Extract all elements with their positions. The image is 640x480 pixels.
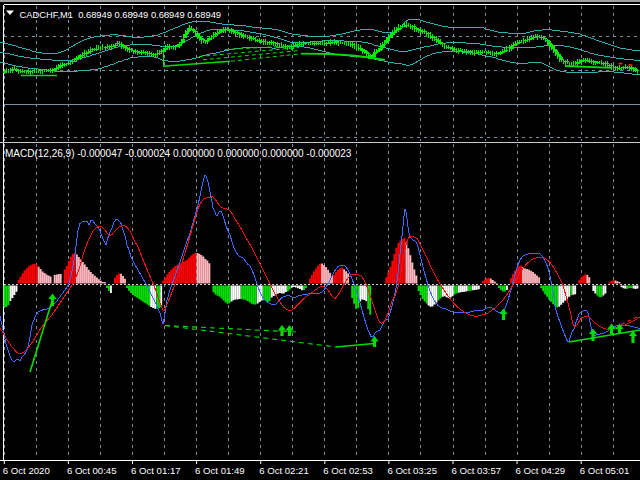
svg-text:6 Oct 2020: 6 Oct 2020 <box>3 465 50 476</box>
svg-text:6 Oct 01:49: 6 Oct 01:49 <box>195 465 245 476</box>
svg-text:MACD(12,26,9) -0.000047 -0.000: MACD(12,26,9) -0.000047 -0.000024 0.0000… <box>5 148 352 159</box>
svg-text:6 Oct 04:29: 6 Oct 04:29 <box>516 465 566 476</box>
svg-text:6 Oct 00:45: 6 Oct 00:45 <box>67 465 117 476</box>
svg-text:6 Oct 03:57: 6 Oct 03:57 <box>452 465 502 476</box>
svg-text:6 Oct 02:21: 6 Oct 02:21 <box>259 465 309 476</box>
svg-text:6 Oct 01:17: 6 Oct 01:17 <box>131 465 181 476</box>
svg-text:CADCHF,M1 0.68949 0.68949 0.6: CADCHF,M1 0.68949 0.68949 0.68949 0.6894… <box>20 10 222 20</box>
svg-text:6 Oct 05:01: 6 Oct 05:01 <box>580 465 630 476</box>
svg-text:6 Oct 03:25: 6 Oct 03:25 <box>387 465 437 476</box>
svg-text:6 Oct 02:53: 6 Oct 02:53 <box>323 465 373 476</box>
